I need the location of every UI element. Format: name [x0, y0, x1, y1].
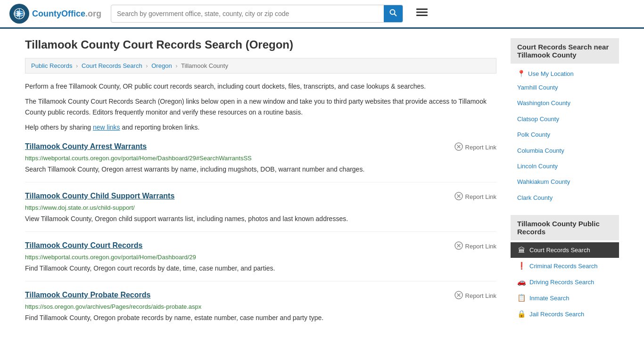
result-header: Tillamook County Probate Records Report …	[25, 291, 496, 301]
nearby-link-2[interactable]: Clatsop County	[511, 111, 619, 127]
results-list: Tillamook County Arrest Warrants Report …	[25, 142, 496, 330]
result-title-3[interactable]: Tillamook County Probate Records	[25, 291, 150, 299]
result-url-1: https://www.doj.state.or.us/child-suppor…	[25, 204, 496, 211]
result-item: Tillamook County Child Support Warrants …	[25, 192, 496, 232]
sidebar: Court Records Search near Tillamook Coun…	[511, 38, 619, 331]
nav-item-3[interactable]: 📋 Inmate Search	[511, 290, 619, 306]
new-links[interactable]: new links	[93, 123, 120, 131]
report-icon-1	[454, 192, 463, 202]
nearby-link-6[interactable]: Wahkiakum County	[511, 174, 619, 189]
result-url-2: https://webportal.courts.oregon.gov/port…	[25, 254, 496, 261]
svg-rect-11	[416, 12, 428, 13]
nav-item-1[interactable]: ❗ Criminal Records Search	[511, 258, 619, 274]
report-link-button-0[interactable]: Report Link	[454, 142, 496, 153]
breadcrumb-court-records[interactable]: Court Records Search	[82, 62, 142, 69]
page-title: Tillamook County Court Records Search (O…	[25, 38, 496, 51]
result-item: Tillamook County Court Records Report Li…	[25, 241, 496, 281]
nav-item-0[interactable]: 🏛 Court Records Search	[511, 242, 619, 258]
result-header: Tillamook County Arrest Warrants Report …	[25, 142, 496, 153]
report-link-button-3[interactable]: Report Link	[454, 291, 496, 301]
nearby-header: Court Records Search near Tillamook Coun…	[511, 38, 619, 64]
public-records-header: Tillamook County Public Records	[511, 215, 619, 240]
nav-label-2: Driving Records Search	[529, 279, 594, 286]
report-link-label-2: Report Link	[465, 243, 496, 250]
nearby-link-3[interactable]: Polk County	[511, 127, 619, 142]
description-3: Help others by sharing new links and rep…	[25, 122, 496, 132]
search-bar	[111, 5, 403, 23]
nearby-link-4[interactable]: Columbia County	[511, 143, 619, 158]
result-item: Tillamook County Arrest Warrants Report …	[25, 142, 496, 182]
site-header: CountyOffice.org	[0, 0, 644, 29]
breadcrumb-oregon[interactable]: Oregon	[151, 62, 172, 69]
result-desc-2: Find Tillamook County, Oregon court reco…	[25, 263, 496, 273]
main-container: Tillamook County Court Records Search (O…	[16, 29, 628, 341]
nav-icon-2: 🚗	[517, 278, 526, 286]
description-2: The Tillamook County Court Records Searc…	[25, 96, 496, 117]
site-logo[interactable]: CountyOffice.org	[9, 4, 101, 24]
main-content: Tillamook County Court Records Search (O…	[25, 38, 496, 331]
nav-icon-1: ❗	[517, 262, 526, 270]
svg-rect-12	[416, 15, 428, 16]
report-link-label-0: Report Link	[465, 144, 496, 151]
breadcrumb-public-records[interactable]: Public Records	[31, 62, 72, 69]
breadcrumb: Public Records › Court Records Search › …	[25, 58, 496, 74]
location-pin-icon: 📍	[517, 70, 525, 77]
result-header: Tillamook County Court Records Report Li…	[25, 241, 496, 252]
nav-icon-4: 🔒	[517, 310, 526, 318]
report-link-button-2[interactable]: Report Link	[454, 241, 496, 252]
nav-label-1: Criminal Records Search	[529, 263, 598, 270]
nearby-section: Court Records Search near Tillamook Coun…	[511, 38, 619, 206]
breadcrumb-sep-2: ›	[146, 62, 148, 69]
result-title-2[interactable]: Tillamook County Court Records	[25, 241, 143, 250]
result-desc-0: Search Tillamook County, Oregon arrest w…	[25, 165, 496, 174]
nav-item-4[interactable]: 🔒 Jail Records Search	[511, 306, 619, 322]
logo-icon	[9, 4, 29, 24]
nav-icon-3: 📋	[517, 294, 526, 302]
menu-button[interactable]	[413, 5, 431, 23]
nearby-link-0[interactable]: Yamhill County	[511, 80, 619, 95]
result-header: Tillamook County Child Support Warrants …	[25, 192, 496, 202]
result-desc-3: Find Tillamook County, Oregon probate re…	[25, 313, 496, 323]
logo-text: CountyOffice.org	[32, 9, 101, 19]
nearby-link-7[interactable]: Clark County	[511, 190, 619, 206]
breadcrumb-current: Tillamook County	[181, 62, 228, 69]
report-icon-0	[454, 142, 463, 153]
result-url-3: https://sos.oregon.gov/archives/Pages/re…	[25, 303, 496, 310]
use-location-link[interactable]: Use My Location	[528, 70, 574, 77]
report-link-button-1[interactable]: Report Link	[454, 192, 496, 202]
result-item: Tillamook County Probate Records Report …	[25, 291, 496, 330]
result-url-0: https://webportal.courts.oregon.gov/port…	[25, 155, 496, 162]
report-link-label-1: Report Link	[465, 193, 496, 200]
svg-line-9	[395, 14, 396, 16]
svg-rect-10	[416, 8, 428, 10]
nearby-links-list: Yamhill CountyWashington CountyClatsop C…	[511, 80, 619, 206]
nav-label-0: Court Records Search	[529, 247, 590, 254]
search-button[interactable]	[384, 5, 403, 22]
result-desc-1: View Tillamook County, Oregon child supp…	[25, 214, 496, 224]
nav-label-4: Jail Records Search	[529, 311, 584, 318]
nav-item-2[interactable]: 🚗 Driving Records Search	[511, 274, 619, 290]
report-link-label-3: Report Link	[465, 292, 496, 299]
use-location[interactable]: 📍 Use My Location	[511, 67, 619, 80]
search-input[interactable]	[111, 6, 384, 21]
public-records-section: Tillamook County Public Records 🏛 Court …	[511, 215, 619, 322]
result-title-0[interactable]: Tillamook County Arrest Warrants	[25, 142, 147, 151]
report-icon-3	[454, 291, 463, 301]
nav-icon-0: 🏛	[517, 246, 526, 254]
nearby-link-1[interactable]: Washington County	[511, 95, 619, 111]
nav-label-3: Inmate Search	[529, 295, 570, 302]
breadcrumb-sep-1: ›	[76, 62, 78, 69]
nearby-link-5[interactable]: Lincoln County	[511, 158, 619, 174]
report-icon-2	[454, 241, 463, 252]
breadcrumb-sep-3: ›	[175, 62, 177, 69]
nav-items-list: 🏛 Court Records Search ❗ Criminal Record…	[511, 242, 619, 322]
description-1: Perform a free Tillamook County, OR publ…	[25, 81, 496, 91]
result-title-1[interactable]: Tillamook County Child Support Warrants	[25, 192, 174, 200]
